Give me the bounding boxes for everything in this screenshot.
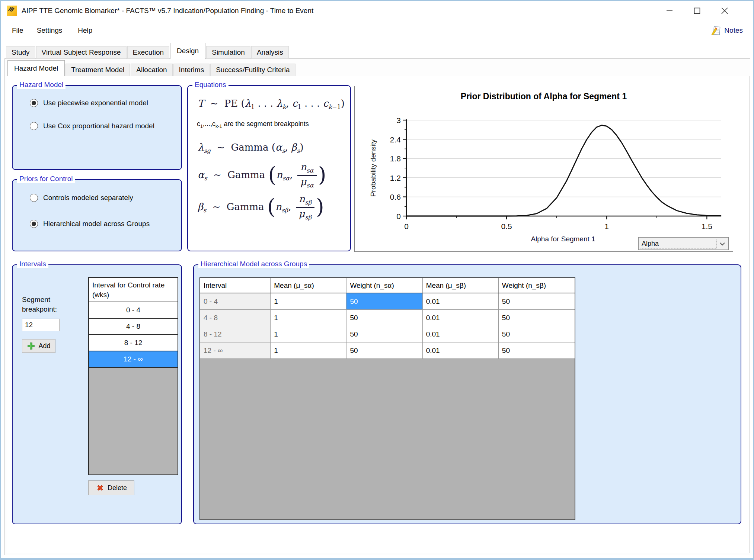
table-cell[interactable]: 50 xyxy=(499,342,575,358)
equation-alpha-gamma: αs ∼ Gamma (nsα, nsαμsα) xyxy=(198,162,326,189)
segment-breakpoint-input[interactable] xyxy=(22,319,60,331)
tab-interims[interactable]: Interims xyxy=(173,64,210,76)
radio-piecewise-exponential[interactable]: Use piecewise exponential model xyxy=(30,99,148,107)
table-cell[interactable]: 50 xyxy=(499,326,575,342)
add-button[interactable]: Add xyxy=(22,339,55,353)
radio-controls-separately-circle[interactable] xyxy=(30,194,38,202)
column-header-mean-beta: Mean (μ_sβ) xyxy=(423,278,499,293)
tab-allocation[interactable]: Allocation xyxy=(131,64,172,76)
radio-cox-proportional-circle[interactable] xyxy=(30,122,38,130)
row-header-cell: 4 - 8 xyxy=(200,310,271,326)
main-tab-strip: Study Virtual Subject Response Execution… xyxy=(6,43,290,59)
menu-settings[interactable]: Settings xyxy=(33,24,66,37)
column-header-mean-alpha: Mean (μ_sα) xyxy=(271,278,346,293)
interval-list-item[interactable]: 8 - 12 xyxy=(89,335,178,351)
window-controls xyxy=(656,1,738,21)
minimize-button[interactable] xyxy=(656,1,683,21)
radio-cox-proportional-label: Use Cox proportional hazard model xyxy=(43,122,154,130)
table-cell[interactable]: 1 xyxy=(271,293,346,309)
chart-x-axis-label: Alpha for Segment 1 xyxy=(531,235,595,243)
tab-hazard-model[interactable]: Hazard Model xyxy=(7,60,65,76)
title-bar: AIPF TTE Genomic Biomarker* - FACTS™ v5.… xyxy=(1,1,753,21)
radio-hierarchical-model-circle[interactable] xyxy=(30,220,38,228)
delete-button[interactable]: Delete xyxy=(88,480,134,495)
radio-hierarchical-model[interactable]: Hierarchical model across Groups xyxy=(30,220,150,228)
menu-file[interactable]: File xyxy=(8,24,27,37)
radio-hierarchical-model-label: Hierarchical model across Groups xyxy=(43,220,150,228)
table-cell[interactable]: 0.01 xyxy=(423,310,499,326)
svg-text:3: 3 xyxy=(396,116,401,125)
intervals-group-title: Intervals xyxy=(17,260,48,268)
row-header-cell: 12 - ∞ xyxy=(200,342,271,358)
equations-group-title: Equations xyxy=(192,81,229,89)
delete-button-label: Delete xyxy=(108,484,127,492)
chevron-down-icon xyxy=(718,240,726,248)
radio-piecewise-exponential-label: Use piecewise exponential model xyxy=(43,99,148,107)
menu-help[interactable]: Help xyxy=(74,24,96,37)
priors-for-control-group: Priors for Control Controls modeled sepa… xyxy=(12,179,182,251)
radio-cox-proportional[interactable]: Use Cox proportional hazard model xyxy=(30,122,154,130)
table-cell[interactable]: 50 xyxy=(346,326,422,342)
segment-breakpoint-label: Segment breakpoint: xyxy=(22,295,87,314)
tab-success-futility-criteria[interactable]: Success/Futility Criteria xyxy=(210,64,295,76)
menu-bar: File Settings Help xyxy=(1,21,753,40)
interval-list-item[interactable]: 0 - 4 xyxy=(89,302,178,319)
table-cell[interactable]: 1 xyxy=(271,310,346,326)
maximize-icon xyxy=(693,6,702,15)
table-cell[interactable]: 50 xyxy=(499,293,575,309)
delete-x-icon xyxy=(96,483,105,492)
app-icon xyxy=(7,6,17,16)
table-cell-selected[interactable]: 50 xyxy=(346,293,422,309)
equation-breakpoints-note: c1,...,ck-1 are the segment breakpoints xyxy=(197,120,309,129)
table-row: 4 - 8 1 50 0.01 50 xyxy=(200,310,575,326)
hazard-model-group: Hazard Model Use piecewise exponential m… xyxy=(12,85,182,170)
tab-analysis[interactable]: Analysis xyxy=(251,46,289,59)
design-sub-tab-strip: Hazard Model Treatment Model Allocation … xyxy=(7,60,296,76)
tab-design[interactable]: Design xyxy=(170,43,205,59)
notes-button[interactable]: Notes xyxy=(710,21,743,40)
column-header-interval: Interval xyxy=(200,278,271,293)
hierarchical-group-title: Hierarchical Model across Groups xyxy=(198,260,309,268)
table-cell[interactable]: 1 xyxy=(271,326,346,342)
interval-list-item[interactable]: 4 - 8 xyxy=(89,319,178,335)
svg-text:1.5: 1.5 xyxy=(702,222,712,231)
hierarchical-model-table: Interval Mean (μ_sα) Weight (n_sα) Mean … xyxy=(199,277,575,520)
equation-pe-model: T ∼ PE (λ1 . . . λk, c1 . . . ck−1) xyxy=(198,98,345,110)
app-window: AIPF TTE Genomic Biomarker* - FACTS™ v5.… xyxy=(0,0,754,560)
table-header-row: Interval Mean (μ_sα) Weight (n_sα) Mean … xyxy=(200,278,575,293)
table-cell[interactable]: 0.01 xyxy=(423,342,499,358)
tab-treatment-model[interactable]: Treatment Model xyxy=(66,64,130,76)
row-header-cell: 0 - 4 xyxy=(200,293,271,309)
priors-group-title: Priors for Control xyxy=(17,175,75,183)
svg-text:2.4: 2.4 xyxy=(390,135,401,144)
window-title: AIPF TTE Genomic Biomarker* - FACTS™ v5.… xyxy=(22,1,313,21)
hazard-model-group-title: Hazard Model xyxy=(17,81,66,89)
tab-virtual-subject-response[interactable]: Virtual Subject Response xyxy=(36,46,127,59)
svg-text:1.2: 1.2 xyxy=(390,174,401,182)
equation-lambda-gamma: λsg ∼ Gamma (αs, βs) xyxy=(198,142,304,154)
chart-series-selector[interactable]: Alpha xyxy=(638,237,729,250)
table-row: 0 - 4 1 50 0.01 50 xyxy=(200,293,575,310)
close-button[interactable] xyxy=(711,1,738,21)
minimize-icon xyxy=(665,6,674,15)
table-cell[interactable]: 0.01 xyxy=(423,326,499,342)
table-cell[interactable]: 0.01 xyxy=(423,293,499,309)
svg-text:0.5: 0.5 xyxy=(501,222,512,231)
table-cell[interactable]: 50 xyxy=(346,310,422,326)
interval-list-header: Interval for Control rate (wks) xyxy=(89,278,178,302)
table-cell[interactable]: 1 xyxy=(271,342,346,358)
table-cell[interactable]: 50 xyxy=(346,342,422,358)
interval-list-item-selected[interactable]: 12 - ∞ xyxy=(89,351,178,368)
equation-beta-gamma: βs ∼ Gamma (nsβ, nsβμsβ) xyxy=(198,194,324,221)
maximize-button[interactable] xyxy=(683,1,711,21)
radio-controls-separately[interactable]: Controls modeled separately xyxy=(30,194,133,202)
equations-group: Equations T ∼ PE (λ1 . . . λk, c1 . . . … xyxy=(187,85,351,251)
radio-piecewise-exponential-circle[interactable] xyxy=(30,99,38,107)
column-header-weight-beta: Weight (n_sβ) xyxy=(499,278,575,293)
column-header-weight-alpha: Weight (n_sα) xyxy=(346,278,422,293)
table-cell[interactable]: 50 xyxy=(499,310,575,326)
tab-execution[interactable]: Execution xyxy=(127,46,169,59)
tab-study[interactable]: Study xyxy=(6,46,35,59)
tab-simulation[interactable]: Simulation xyxy=(206,46,250,59)
prior-distribution-chart: 00.61.21.82.4300.511.5 xyxy=(355,86,734,252)
